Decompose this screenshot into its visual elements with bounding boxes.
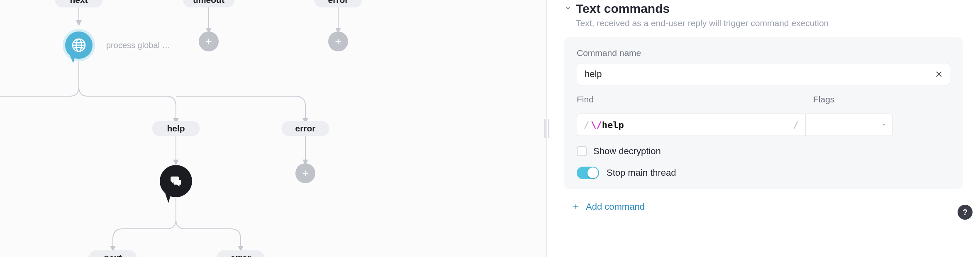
pill-label: error: [328, 0, 348, 5]
help-button[interactable]: ?: [958, 205, 973, 220]
pill-label: error: [295, 124, 315, 133]
chat-bubbles-icon: [169, 174, 183, 188]
add-command-label: Add command: [586, 201, 645, 212]
add-node-button[interactable]: [199, 32, 219, 51]
pill-label: error: [230, 253, 251, 257]
pill-label: next: [70, 0, 88, 5]
section-subtitle: Text, received as a end-user reply will …: [576, 18, 963, 28]
show-decryption-checkbox[interactable]: [577, 146, 587, 156]
properties-panel: Text commands Text, received as a end-us…: [547, 0, 980, 257]
plus-icon: [204, 37, 213, 46]
command-card: Command name Find Flags / \/help /: [564, 37, 963, 189]
chevron-down-icon: [564, 4, 572, 13]
plus-icon: [572, 203, 580, 211]
branch-pill-timeout[interactable]: timeout: [183, 0, 234, 7]
section-header[interactable]: Text commands: [564, 2, 963, 16]
speech-tail: [163, 193, 171, 203]
flags-select[interactable]: [806, 114, 893, 136]
flow-canvas[interactable]: next timeout error process global … help…: [0, 0, 547, 257]
stop-main-thread-toggle[interactable]: [577, 167, 599, 179]
regex-input[interactable]: / \/help /: [577, 114, 806, 136]
toggle-knob: [588, 167, 598, 178]
branch-pill-error-top[interactable]: error: [314, 0, 362, 7]
command-name-label: Command name: [577, 48, 950, 58]
clear-input-button[interactable]: [933, 68, 945, 80]
add-node-button[interactable]: [295, 163, 315, 183]
regex-literal: help: [602, 120, 624, 130]
pill-label: help: [167, 124, 185, 133]
regex-delim-open: /: [584, 120, 591, 130]
regex-delim-close: /: [792, 120, 799, 130]
add-command-button[interactable]: Add command: [572, 201, 963, 212]
section-title: Text commands: [576, 2, 670, 16]
caret-down-icon: [881, 122, 887, 128]
flags-label: Flags: [813, 95, 900, 104]
command-name-input-wrap[interactable]: [577, 63, 950, 85]
node-process-global[interactable]: [63, 29, 95, 61]
node-process-global-label: process global …: [106, 41, 171, 50]
regex-escape: \/: [591, 120, 602, 130]
plus-icon: [334, 37, 343, 46]
close-icon: [935, 70, 943, 78]
find-label: Find: [577, 95, 806, 104]
add-node-button[interactable]: [328, 32, 348, 51]
node-chat[interactable]: [160, 165, 192, 197]
branch-pill-error-bottom[interactable]: error: [217, 250, 265, 257]
stop-main-thread-label: Stop main thread: [607, 167, 676, 178]
globe-icon: [71, 37, 87, 53]
grip-bar: [544, 119, 546, 138]
plus-icon: [301, 169, 310, 178]
speech-tail: [68, 54, 75, 63]
pill-label: timeout: [193, 0, 224, 5]
command-name-input[interactable]: [585, 69, 928, 80]
pill-label: next: [104, 253, 122, 257]
branch-pill-next-bottom[interactable]: next: [89, 250, 137, 257]
question-mark-icon: ?: [963, 208, 968, 217]
branch-pill-error-mid[interactable]: error: [282, 121, 329, 136]
branch-pill-help[interactable]: help: [152, 121, 200, 136]
branch-pill-next-top[interactable]: next: [55, 0, 103, 7]
show-decryption-label: Show decryption: [593, 146, 661, 157]
